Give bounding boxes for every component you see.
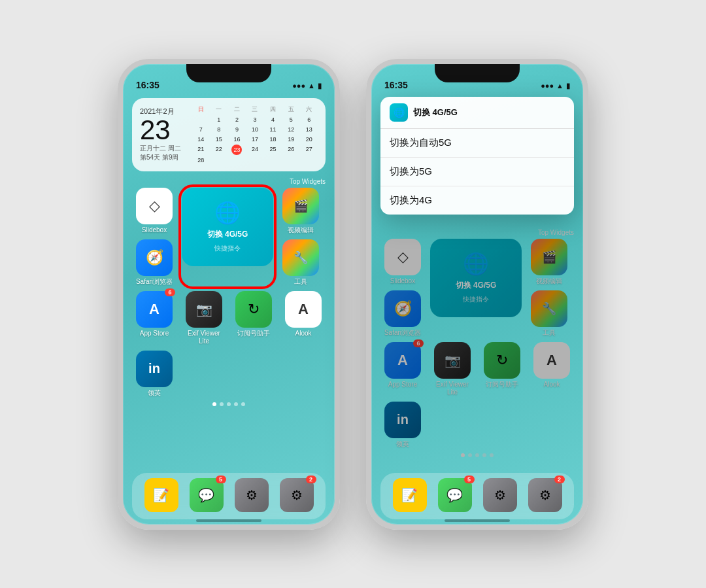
dock-reminders-right[interactable]: ⚙	[478, 478, 522, 514]
exif-icon-r: 📷	[445, 353, 461, 368]
dock-wechat-right[interactable]: 💬 5	[433, 478, 477, 514]
app-appstore-right[interactable]: A 6 App Store	[380, 342, 425, 396]
dot-5-right	[490, 453, 494, 457]
settings-icon-left: ⚙	[291, 487, 303, 503]
cal-cell: 10	[246, 125, 264, 134]
context-menu-item-2[interactable]: 切换为4G	[380, 186, 574, 215]
app-safari-right[interactable]: 🧭 Safari浏览器	[380, 290, 425, 337]
app-label-slidebox-right: Slidebox	[390, 277, 415, 285]
wifi-icon-right: ▲	[556, 82, 563, 90]
app-alook-right[interactable]: A Alook	[530, 342, 574, 396]
dot-2-left	[220, 402, 224, 406]
cal-cell: 11	[264, 125, 282, 134]
app-subscribe-right[interactable]: ↻ 订阅号助手	[480, 342, 524, 396]
cal-cell: 6	[300, 115, 318, 124]
dock-notes-left[interactable]: 📝	[139, 478, 184, 514]
cal-cell: 27	[300, 145, 318, 155]
notch-right	[435, 64, 520, 82]
cal-today: 23	[231, 145, 242, 155]
home-indicator-right[interactable]	[445, 519, 510, 522]
context-menu-icon: 🌐	[390, 103, 408, 122]
signal-icon-left: ●●●	[292, 82, 305, 90]
cal-left: 2021年2月 23 正月十二 周二 第54天 第9周	[140, 105, 186, 165]
app-label-safari-left: Safari浏览器	[136, 278, 173, 286]
dock-wechat-left[interactable]: 💬 5	[184, 478, 229, 514]
subscribe-icon-r: ↻	[496, 352, 508, 369]
exif-icon: 📷	[196, 302, 212, 317]
dock-reminders-left[interactable]: ⚙	[229, 478, 274, 514]
wechat-icon-r: 💬	[446, 487, 463, 503]
app-icon-videoedit-right: 🎬	[531, 239, 567, 275]
app-row-mixed-left: ◇ Slidebox 🧭 Safari浏览器 🌐	[132, 188, 326, 286]
settings-icon-right: ⚙	[539, 487, 551, 503]
cal-sub2: 第54天 第9周	[140, 153, 186, 162]
status-time-left: 16:35	[136, 80, 160, 90]
videoedit-icon-r: 🎬	[542, 250, 556, 264]
cal-h2: 二	[228, 105, 246, 114]
dock-icon-settings-left: ⚙ 2	[280, 478, 314, 512]
app-videoedit-left[interactable]: 🎬 视频编辑	[278, 188, 323, 234]
app-icon-subscribe-left: ↻	[235, 291, 272, 328]
app-icon-safari-left: 🧭	[136, 239, 173, 276]
page-dots-left	[132, 402, 326, 406]
app-shortcut-large-left[interactable]: 🌐 切换 4G/5G 快捷指令	[182, 188, 273, 266]
home-indicator-left[interactable]	[196, 519, 261, 522]
tools-icon-r: 🔧	[542, 302, 556, 316]
app-icon-subscribe-right: ↻	[484, 342, 520, 379]
battery-icon-left: ▮	[318, 82, 322, 90]
page-dots-right	[380, 453, 574, 457]
app-col-small-left: ◇ Slidebox 🧭 Safari浏览器	[132, 188, 176, 286]
app-tools-right[interactable]: 🔧 工具	[527, 290, 571, 337]
notch-left	[186, 64, 271, 82]
shortcut-wrapper-right: 🌐 切换 4G/5G 快捷指令	[430, 239, 522, 337]
status-time-right: 16:35	[384, 80, 408, 90]
appstore-icon: A	[149, 301, 160, 318]
phone-left-frame: 16:35 ●●● ▲ ▮ 2021年2月 23 正月十二 周二 第54天 第9…	[118, 59, 340, 530]
cal-h6: 六	[300, 105, 318, 114]
app-exif-right[interactable]: 📷 Exif Viewer Lite	[430, 342, 475, 396]
app-appstore-left[interactable]: A 6 App Store	[132, 291, 176, 345]
context-menu-item-1[interactable]: 切换为5G	[380, 158, 574, 186]
status-icons-left: ●●● ▲ ▮	[292, 82, 322, 90]
app-videoedit-right[interactable]: 🎬 视频编辑	[527, 239, 571, 285]
app-icon-linkedin-right: in	[384, 402, 421, 438]
dot-3-right	[475, 453, 479, 457]
app-exif-left[interactable]: 📷 Exif Viewer Lite	[182, 291, 226, 345]
cal-cell: 24	[246, 145, 264, 155]
dock-icon-notes-right: 📝	[393, 478, 427, 512]
app-label-subscribe-right: 订阅号助手	[486, 381, 518, 389]
app-subscribe-left[interactable]: ↻ 订阅号助手	[231, 291, 276, 345]
app-alook-left[interactable]: A Alook	[281, 291, 326, 345]
app-row3-left: in 领英	[132, 351, 326, 397]
dock-settings-left[interactable]: ⚙ 2	[275, 478, 319, 514]
app-label-exif-left: Exif Viewer Lite	[182, 330, 226, 345]
shortcut-type-left: 快捷指令	[214, 244, 241, 253]
dock-notes-right[interactable]: 📝	[388, 478, 432, 514]
app-slidebox-left[interactable]: ◇ Slidebox	[132, 188, 176, 234]
app-slidebox-right[interactable]: ◇ Slidebox	[380, 239, 425, 285]
dot-4-right	[482, 453, 486, 457]
appstore-badge-right: 6	[413, 339, 424, 347]
dock-icon-reminders-left: ⚙	[235, 478, 269, 512]
dot-1-right	[461, 453, 465, 457]
app-shortcut-large-right[interactable]: 🌐 切换 4G/5G 快捷指令	[430, 239, 522, 317]
linkedin-icon-r: in	[397, 412, 409, 427]
reminders-icon: ⚙	[246, 487, 258, 503]
app-linkedin-left[interactable]: in 领英	[132, 351, 176, 397]
dock-icon-settings-right: ⚙ 2	[528, 478, 562, 512]
shortcut-globe-icon: 🌐	[214, 200, 241, 225]
app-icon-alook-left: A	[285, 291, 322, 328]
appstore-badge-left: 6	[165, 288, 175, 296]
context-menu-item-0[interactable]: 切换为自动5G	[380, 129, 574, 158]
app-safari-left[interactable]: 🧭 Safari浏览器	[132, 239, 176, 286]
cal-cell: 2	[228, 115, 246, 124]
app-linkedin-right[interactable]: in 领英	[380, 402, 425, 448]
dot-4-left	[234, 402, 238, 406]
signal-icon-right: ●●●	[541, 82, 554, 90]
cal-cell: 20	[300, 135, 318, 144]
calendar-widget-left: 2021年2月 23 正月十二 周二 第54天 第9周 日 一 二 三 四 五 …	[132, 98, 326, 171]
cal-cell: 17	[246, 135, 264, 144]
dock-icon-wechat-right: 💬 5	[438, 478, 472, 512]
app-tools-left[interactable]: 🔧 工具	[278, 239, 323, 286]
dock-settings-right[interactable]: ⚙ 2	[523, 478, 567, 514]
